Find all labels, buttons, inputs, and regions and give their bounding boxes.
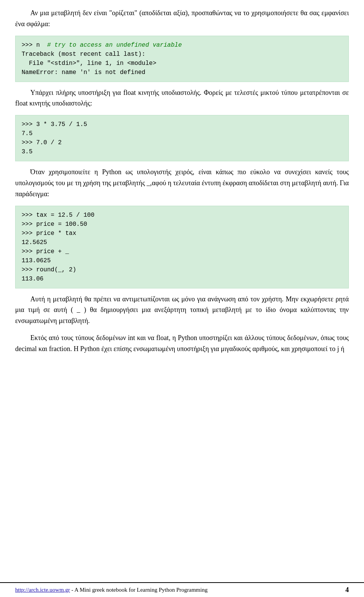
types-paragraph: Εκτός από τους τύπους δεδομένων int και …	[15, 332, 349, 354]
code-tax-1: >>> tax = 12.5 / 100	[22, 212, 94, 219]
code-float-1: >>> 3 * 3.75 / 1.5	[22, 121, 87, 128]
code-float-4: 3.5	[22, 148, 33, 155]
code-line-3: File "<stdin>", line 1, in <module>	[22, 60, 156, 67]
code-tax-7: >>> round(_, 2)	[22, 266, 76, 273]
footer-link-container: http://arch.icte.uowm.gr - A Mini greek …	[15, 587, 207, 593]
types-text: Εκτός από τους τύπους δεδομένων int και …	[15, 334, 349, 353]
float-support-paragraph: Υπάρχει πλήρης υποστήριξη για float κινη…	[15, 87, 349, 109]
code-tax-5: >>> price + _	[22, 248, 69, 255]
page-number: 4	[345, 586, 349, 594]
code-block-undefined-variable: >>> n # try to access an undefined varia…	[15, 36, 349, 82]
python-calc-text: Όταν χρησιμοποιείτε η Python ως υπολογισ…	[15, 168, 349, 198]
code-tax-3: >>> price * tax	[22, 230, 76, 237]
code-tax-8: 113.06	[22, 276, 44, 282]
intro-paragraph: Αν μια μεταβλητή δεν είναι "ορίζεται" (α…	[15, 8, 349, 30]
code-block-float-arithmetic: >>> 3 * 3.75 / 1.5 7.5 >>> 7.0 / 2 3.5	[15, 115, 349, 161]
code-tax-6: 113.0625	[22, 257, 51, 264]
code-line-2: Traceback (most recent call last):	[22, 51, 145, 58]
code-line-4: NameError: name 'n' is not defined	[22, 69, 145, 76]
page-footer: http://arch.icte.uowm.gr - A Mini greek …	[0, 582, 364, 597]
code-float-3: >>> 7.0 / 2	[22, 139, 62, 146]
footer-link[interactable]: http://arch.icte.uowm.gr	[15, 587, 70, 593]
page-container: Αν μια μεταβλητή δεν είναι "ορίζεται" (α…	[0, 0, 364, 383]
code-float-2: 7.5	[22, 130, 33, 137]
code-tax-4: 12.5625	[22, 239, 47, 246]
code-block-tax-example: >>> tax = 12.5 / 100 >>> price = 100.50 …	[15, 206, 349, 288]
float-text: Υπάρχει πλήρης υποστήριξη για float κινη…	[30, 89, 201, 96]
intro-text: Αν μια μεταβλητή δεν είναι "ορίζεται" (α…	[15, 9, 349, 28]
readonly-paragraph: Αυτή η μεταβλητή θα πρέπει να αντιμετωπί…	[15, 294, 349, 326]
readonly-text: Αυτή η μεταβλητή θα πρέπει να αντιμετωπί…	[15, 295, 349, 325]
code-line-1: >>> n # try to access an undefined varia…	[22, 42, 182, 49]
python-calc-paragraph: Όταν χρησιμοποιείτε η Python ως υπολογισ…	[15, 167, 349, 199]
footer-link-suffix: - A Mini greek notebook for Learning Pyt…	[70, 587, 208, 593]
code-tax-2: >>> price = 100.50	[22, 221, 87, 228]
